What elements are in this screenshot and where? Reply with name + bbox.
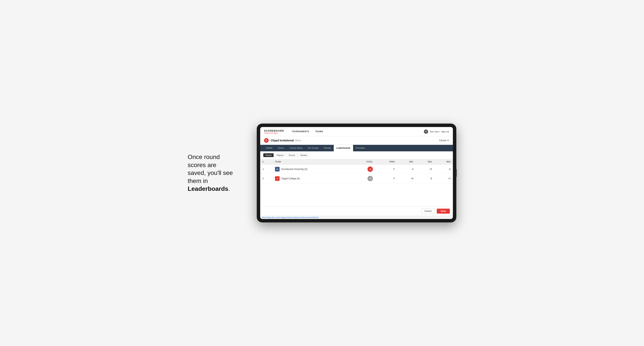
thru-1: F: [375, 165, 397, 174]
page-wrapper: Once round scores are saved, you'll see …: [188, 124, 456, 222]
filter-strokes[interactable]: Strokes: [298, 153, 309, 157]
col-team: TEAM: [273, 159, 351, 165]
team-cell-2: C Clippd College [A]: [273, 174, 351, 183]
sub-nav: Details Teams Course Setup Tee Groups Re…: [260, 145, 453, 151]
logo-title: SCOREBOARD: [264, 129, 284, 132]
col-total: TOTAL: [351, 159, 375, 165]
team-logo-1: SB: [275, 167, 280, 172]
nav-tournaments[interactable]: TOURNAMENTS: [288, 127, 312, 136]
table-row: 1 SB Scoreboard University [A]: [260, 165, 453, 174]
save-button[interactable]: Save: [437, 209, 450, 214]
col-rank: #: [260, 159, 273, 165]
rank-1: 1: [260, 165, 273, 174]
total-1: -5: [351, 165, 375, 174]
tab-results[interactable]: Results: [321, 145, 334, 151]
table-row: 2 C Clippd College [A]: [260, 174, 453, 183]
nav-right: S Test User | Sign out: [424, 130, 449, 134]
svg-text:SB: SB: [276, 169, 278, 170]
col-rd3: RD3: [434, 159, 453, 165]
score-badge-2: +3: [368, 176, 373, 181]
bottom-bar: Cancel Save: [260, 206, 453, 216]
tablet-frame: SCOREBOARD Powered by clippd TOURNAMENTS…: [257, 124, 456, 222]
col-rd2: RD2: [416, 159, 434, 165]
rank-2: 2: [260, 174, 273, 183]
tab-details[interactable]: Details: [263, 145, 275, 151]
team-cell-inner-1: SB Scoreboard University [A]: [275, 167, 349, 172]
tournament-header: C Clippd Invitational (Men) Cancel ✕: [260, 136, 453, 145]
table-header-row: # TEAM TOTAL THRU RD1 RD2 RD3: [260, 159, 453, 165]
tournament-title: Clippd Invitational: [270, 139, 294, 142]
user-avatar: S: [424, 130, 428, 134]
rd3-1: -6: [434, 165, 453, 174]
tab-leaderboards[interactable]: Leaderboards: [334, 145, 353, 151]
logo-area: SCOREBOARD Powered by clippd: [264, 129, 284, 134]
filter-players[interactable]: Players: [274, 153, 286, 157]
rd3-2: +3: [434, 174, 453, 183]
team-cell-1: SB Scoreboard University [A]: [273, 165, 351, 174]
nav-links: TOURNAMENTS TEAMS: [288, 127, 326, 136]
tab-teams[interactable]: Teams: [275, 145, 287, 151]
team-cell-inner-2: C Clippd College [A]: [275, 176, 349, 181]
col-thru: THRU: [375, 159, 397, 165]
url-bar: https://stage-blue-coach.stagescoreboard…: [260, 216, 453, 219]
rd1-2: +8: [397, 174, 416, 183]
rd2-2: -8: [416, 174, 434, 183]
cancel-button-top[interactable]: Cancel ✕: [439, 139, 449, 142]
rd2-1: +5: [416, 165, 434, 174]
total-2: +3: [351, 174, 375, 183]
filter-bar: Teams Players Scores Strokes: [260, 151, 453, 159]
col-rd1: RD1: [397, 159, 416, 165]
rd1-1: -4: [397, 165, 416, 174]
svg-text:C: C: [277, 177, 278, 179]
table-spacer: [260, 183, 453, 206]
tournament-icon: C: [264, 138, 269, 143]
nav-teams[interactable]: TEAMS: [312, 127, 326, 136]
thru-2: F: [375, 174, 397, 183]
tab-printables[interactable]: Printables: [353, 145, 368, 151]
team-logo-2: C: [275, 176, 280, 181]
cancel-button-bottom[interactable]: Cancel: [421, 208, 435, 214]
top-nav: SCOREBOARD Powered by clippd TOURNAMENTS…: [260, 127, 453, 136]
score-badge-1: -5: [368, 167, 373, 172]
filter-teams[interactable]: Teams: [263, 153, 274, 157]
left-description: Once round scores are saved, you'll see …: [188, 153, 245, 193]
tab-tee-groups[interactable]: Tee Groups: [305, 145, 321, 151]
tab-course-setup[interactable]: Course Setup: [287, 145, 305, 151]
logo-subtitle: Powered by clippd: [264, 132, 284, 134]
user-name: Test User |: [430, 131, 440, 133]
filter-scores[interactable]: Scores: [286, 153, 297, 157]
tournament-subtitle: (Men): [295, 139, 301, 142]
tablet-side-button: [456, 169, 457, 177]
tablet-screen: SCOREBOARD Powered by clippd TOURNAMENTS…: [260, 127, 453, 219]
leaderboard-table: # TEAM TOTAL THRU RD1 RD2 RD3 1: [260, 159, 453, 183]
sign-out-link[interactable]: Sign out: [441, 131, 449, 133]
